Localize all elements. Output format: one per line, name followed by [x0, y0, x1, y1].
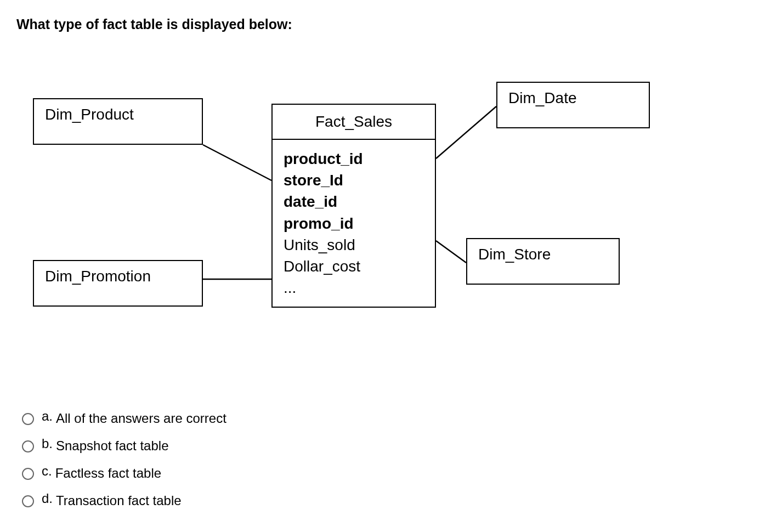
option-text: Snapshot fact table	[56, 438, 168, 454]
fact-field-ellipsis: ...	[284, 277, 424, 298]
radio-icon[interactable]	[22, 440, 34, 452]
svg-line-0	[203, 145, 271, 180]
fact-table-box: Fact_Sales product_id store_Id date_id p…	[271, 104, 436, 308]
radio-icon[interactable]	[22, 413, 34, 425]
option-text: Transaction fact table	[56, 493, 182, 508]
answer-option-b[interactable]: b. Snapshot fact table	[22, 438, 743, 454]
dim-store-label: Dim_Store	[478, 246, 551, 263]
fact-table-title: Fact_Sales	[273, 105, 435, 140]
radio-icon[interactable]	[22, 495, 34, 507]
dim-promotion-box: Dim_Promotion	[33, 260, 203, 307]
fact-field: promo_id	[284, 213, 424, 234]
fact-table-body: product_id store_Id date_id promo_id Uni…	[273, 140, 435, 307]
dim-date-box: Dim_Date	[496, 82, 650, 128]
answer-options-group: a. All of the answers are correct b. Sna…	[16, 411, 743, 508]
dim-product-label: Dim_Product	[45, 106, 134, 123]
fact-field: store_Id	[284, 169, 424, 191]
answer-option-d[interactable]: d. Transaction fact table	[22, 493, 743, 508]
option-letter: a.	[42, 409, 53, 424]
option-text: All of the answers are correct	[56, 411, 226, 426]
question-text: What type of fact table is displayed bel…	[16, 16, 743, 32]
dim-product-box: Dim_Product	[33, 98, 203, 145]
option-letter: b.	[42, 436, 53, 451]
dim-promotion-label: Dim_Promotion	[45, 268, 151, 285]
answer-option-a[interactable]: a. All of the answers are correct	[22, 411, 743, 426]
fact-field: Dollar_cost	[284, 256, 424, 277]
option-letter: d.	[42, 491, 53, 506]
fact-field: product_id	[284, 148, 424, 169]
radio-icon[interactable]	[22, 468, 34, 480]
option-text: Factless fact table	[55, 466, 161, 481]
option-letter: c.	[42, 463, 52, 479]
dim-date-label: Dim_Date	[508, 89, 576, 106]
fact-field: Units_sold	[284, 234, 424, 256]
svg-line-2	[436, 106, 496, 159]
answer-option-c[interactable]: c. Factless fact table	[22, 466, 743, 481]
dim-store-box: Dim_Store	[466, 238, 620, 285]
fact-field: date_id	[284, 191, 424, 212]
diagram-container: Dim_Product Dim_Promotion Dim_Date Dim_S…	[16, 82, 675, 372]
svg-line-3	[436, 241, 466, 263]
